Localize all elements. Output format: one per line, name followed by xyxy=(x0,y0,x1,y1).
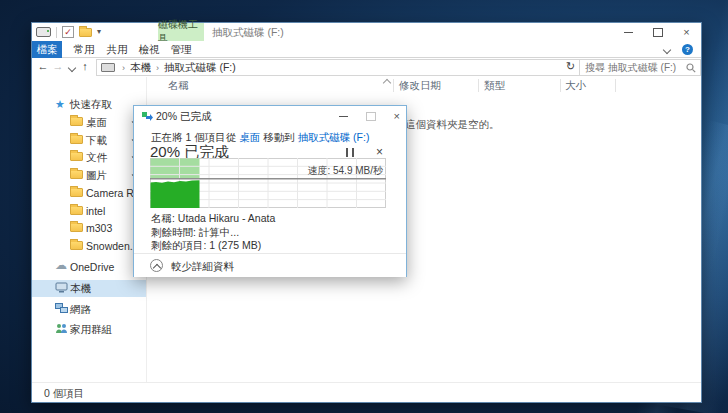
dialog-window-controls: × xyxy=(339,106,400,126)
search-icon xyxy=(686,63,696,73)
time-remaining-line: 剩餘時間: 計算中... xyxy=(151,226,275,240)
navigation-bar: ← → ↑ › 本機 › 抽取式磁碟 (F:) ↻ xyxy=(32,58,701,78)
refresh-icon[interactable]: ↻ xyxy=(566,60,575,73)
sidebar-item-network[interactable]: 網路 xyxy=(32,301,146,318)
location-drive-icon xyxy=(101,63,115,72)
folder-icon xyxy=(70,241,83,250)
sidebar-item-label: 家用群組 xyxy=(70,323,112,337)
column-divider[interactable] xyxy=(393,79,394,92)
minimize-icon xyxy=(624,32,633,33)
cancel-operation-button[interactable]: × xyxy=(376,145,383,159)
breadcrumb-this-pc[interactable]: 本機 xyxy=(130,61,151,75)
operation-middle: 移動到 xyxy=(263,131,295,143)
column-divider[interactable] xyxy=(560,79,561,92)
column-header-size[interactable]: 大小 xyxy=(565,79,586,93)
dialog-close-icon[interactable]: × xyxy=(394,111,400,122)
sidebar-item-onedrive[interactable]: ☁ OneDrive xyxy=(32,259,146,276)
folder-icon xyxy=(70,188,83,197)
sidebar-item-camera-roll[interactable]: Camera Roll xyxy=(32,185,146,202)
source-link[interactable]: 桌面 xyxy=(239,131,260,143)
collapse-ribbon-icon[interactable] xyxy=(663,45,671,53)
ribbon-right-controls: ? xyxy=(664,44,693,55)
folder-icon xyxy=(70,170,83,179)
sidebar-item-label: 桌面 xyxy=(86,116,107,130)
items-remaining-line: 剩餘的項目: 1 (275 MB) xyxy=(151,239,275,253)
column-divider[interactable] xyxy=(615,79,616,92)
folder-icon xyxy=(70,223,83,232)
sidebar-item-this-pc[interactable]: 本機 xyxy=(32,280,146,297)
tab-home[interactable]: 常用 xyxy=(70,41,98,58)
computer-icon xyxy=(55,282,68,293)
close-icon: × xyxy=(683,27,689,38)
sidebar-item-label: 文件 xyxy=(86,151,107,165)
pause-icon xyxy=(352,148,354,157)
dialog-minimize-icon[interactable] xyxy=(339,116,348,117)
back-button[interactable]: ← xyxy=(36,60,50,72)
column-divider[interactable] xyxy=(478,79,479,92)
network-icon xyxy=(55,303,68,314)
window-controls: × xyxy=(614,23,701,41)
progress-fill-above-curve xyxy=(151,159,200,179)
window-title: 抽取式磁碟 (F:) xyxy=(212,26,284,40)
sidebar-item-documents[interactable]: 文件 xyxy=(32,149,146,166)
dialog-title-bar: 20% 已完成 × xyxy=(134,106,406,126)
dialog-title: 20% 已完成 xyxy=(156,110,211,124)
onedrive-cloud-icon: ☁ xyxy=(55,259,67,271)
homegroup-icon xyxy=(55,323,68,334)
star-icon: ★ xyxy=(55,98,65,111)
search-input[interactable] xyxy=(583,61,685,74)
customize-qat-icon[interactable]: ▾ xyxy=(97,27,101,37)
operation-prefix: 正在將 1 個項目從 xyxy=(151,131,236,143)
ribbon-tab-row: 檔案 常用 共用 檢視 管理 ? xyxy=(32,41,701,58)
fewer-details-button[interactable] xyxy=(150,259,163,272)
status-bar: 0 個項目 xyxy=(32,382,701,402)
column-header-name[interactable]: 名稱 xyxy=(168,79,189,93)
sidebar-item-desktop[interactable]: 桌面 xyxy=(32,114,146,131)
tab-file[interactable]: 檔案 xyxy=(32,41,62,58)
folder-icon xyxy=(70,206,83,215)
sidebar-item-label: 本機 xyxy=(70,282,91,296)
properties-check-icon[interactable]: ✓ xyxy=(62,26,74,38)
tab-share[interactable]: 共用 xyxy=(103,41,131,58)
file-name-line: 名稱: Utada Hikaru - Anata xyxy=(151,212,275,226)
desktop-wallpaper: ✓ ▾ 磁碟機工具 抽取式磁碟 (F:) × 檔案 常用 共用 檢視 管理 ? xyxy=(0,0,728,413)
file-transfer-icon xyxy=(142,111,153,122)
fewer-details-label[interactable]: 較少詳細資料 xyxy=(171,260,234,274)
sidebar-item-downloads[interactable]: 下載 xyxy=(32,132,146,149)
sidebar-item-quick-access[interactable]: ★ 快速存取 xyxy=(32,96,146,113)
column-headers: 名稱 修改日期 類型 大小 xyxy=(147,77,700,94)
contextual-tab-group-drive-tools: 磁碟機工具 xyxy=(158,23,204,41)
maximize-button[interactable] xyxy=(643,23,672,41)
folder-icon xyxy=(70,135,83,144)
folder-icon xyxy=(70,152,83,161)
search-box[interactable] xyxy=(579,59,701,76)
new-folder-icon[interactable] xyxy=(79,28,92,37)
column-header-modified[interactable]: 修改日期 xyxy=(399,79,441,93)
sidebar-item-pictures[interactable]: 圖片 xyxy=(32,167,146,184)
up-button[interactable]: ↑ xyxy=(78,60,92,72)
forward-button[interactable]: → xyxy=(51,60,65,72)
sort-ascending-icon xyxy=(383,79,391,87)
speed-chart: 速度: 54.9 MB/秒 xyxy=(150,158,386,208)
recent-locations-icon[interactable] xyxy=(68,64,76,72)
tab-view[interactable]: 檢視 xyxy=(135,41,163,58)
breadcrumb-current[interactable]: 抽取式磁碟 (F:) xyxy=(164,61,236,75)
minimize-button[interactable] xyxy=(614,23,643,41)
help-icon[interactable]: ? xyxy=(682,44,693,55)
copy-progress-dialog: 20% 已完成 × 正在將 1 個項目從桌面移動到抽取式磁碟 (F:) 20% … xyxy=(133,105,407,277)
pause-button[interactable] xyxy=(346,148,354,157)
sidebar-item-label: 下載 xyxy=(86,134,107,148)
speed-area-fill xyxy=(151,180,200,208)
tab-manage[interactable]: 管理 xyxy=(167,41,195,58)
sidebar-item-m303[interactable]: m303 xyxy=(32,220,146,237)
sidebar-item-label: 快速存取 xyxy=(70,98,112,112)
address-bar[interactable]: › 本機 › 抽取式磁碟 (F:) xyxy=(96,59,582,76)
column-header-type[interactable]: 類型 xyxy=(484,79,505,93)
sidebar-item-homegroup[interactable]: 家用群組 xyxy=(32,321,146,338)
sidebar-item-intel[interactable]: intel xyxy=(32,203,146,220)
sidebar-item-snowden[interactable]: Snowden.2016.108 xyxy=(32,238,146,255)
transfer-details: 名稱: Utada Hikaru - Anata 剩餘時間: 計算中... 剩餘… xyxy=(151,212,275,253)
destination-link[interactable]: 抽取式磁碟 (F:) xyxy=(298,131,370,143)
item-count: 0 個項目 xyxy=(44,387,84,401)
close-button[interactable]: × xyxy=(672,23,701,41)
